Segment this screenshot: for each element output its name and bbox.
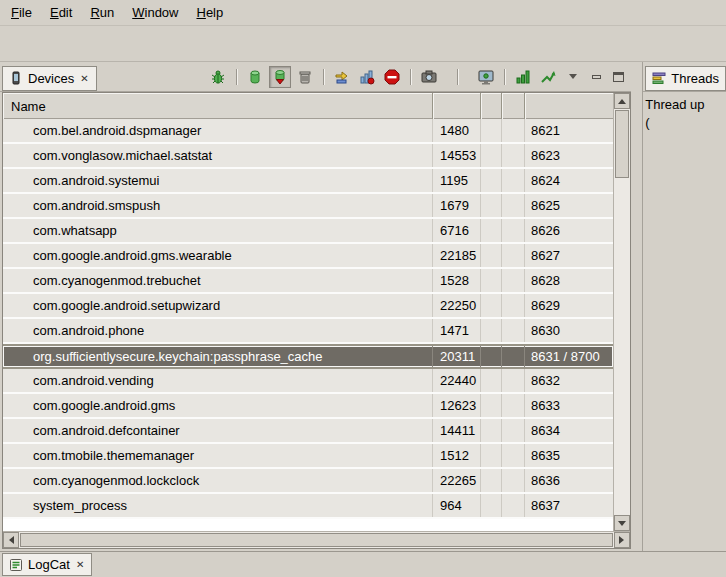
table-row[interactable]: com.bel.android.dspmanager14808621 xyxy=(3,119,613,144)
debug-process-icon[interactable] xyxy=(207,66,229,88)
column-header-status[interactable] xyxy=(481,93,502,119)
panel-sash[interactable] xyxy=(631,62,643,551)
table-row[interactable]: com.google.android.gms.wearable221858627 xyxy=(3,244,613,269)
table-row[interactable]: com.android.defcontainer144118634 xyxy=(3,419,613,444)
table-row[interactable]: com.cyanogenmod.trebuchet15288628 xyxy=(3,269,613,294)
horizontal-scrollbar-thumb[interactable] xyxy=(20,533,613,547)
port-cell: 8626 xyxy=(525,219,613,242)
minimize-icon[interactable] xyxy=(587,68,606,86)
port-cell: 8625 xyxy=(525,194,613,217)
table-row[interactable]: com.android.systemui11958624 xyxy=(3,169,613,194)
screen-record-icon[interactable] xyxy=(475,66,497,88)
stop-process-icon[interactable] xyxy=(381,66,403,88)
table-row[interactable]: com.tmobile.thememanager15128635 xyxy=(3,444,613,469)
menubar: FileEditRunWindowHelp xyxy=(0,0,726,26)
table-row[interactable]: org.sufficientlysecure.keychain:passphra… xyxy=(3,344,613,369)
pid-cell: 20311 xyxy=(433,346,481,367)
sysinfo-icon[interactable] xyxy=(512,66,534,88)
column-header-heap[interactable] xyxy=(502,93,525,119)
close-icon[interactable]: ✕ xyxy=(75,559,85,570)
table-row[interactable]: com.google.android.setupwizard222508629 xyxy=(3,294,613,319)
status-cell xyxy=(481,319,502,342)
port-cell: 8623 xyxy=(525,144,613,167)
pid-cell: 1512 xyxy=(433,444,481,467)
heap-cell xyxy=(502,144,525,167)
pid-cell: 964 xyxy=(433,494,481,517)
devices-tabbar: Devices ✕ xyxy=(0,62,631,92)
tab-threads[interactable]: Threads xyxy=(645,66,726,91)
table-row[interactable]: com.whatsapp67168626 xyxy=(3,219,613,244)
pid-cell: 14553 xyxy=(433,144,481,167)
tab-logcat-label: LogCat xyxy=(28,557,70,572)
dump-hprof-icon[interactable] xyxy=(269,66,291,88)
process-name-cell: com.cyanogenmod.lockclock xyxy=(3,469,433,492)
process-name-cell: com.google.android.gms xyxy=(3,394,433,417)
screen-capture-icon[interactable] xyxy=(418,66,440,88)
close-icon[interactable]: ✕ xyxy=(79,73,89,84)
table-row[interactable]: system_process9648637 xyxy=(3,494,613,519)
heap-cell xyxy=(502,294,525,317)
pid-cell: 14411 xyxy=(433,419,481,442)
cause-gc-icon[interactable] xyxy=(294,66,316,88)
menu-item-help[interactable]: Help xyxy=(187,1,232,24)
port-cell: 8627 xyxy=(525,244,613,267)
start-method-profiling-icon[interactable] xyxy=(356,66,378,88)
process-name-cell: com.android.defcontainer xyxy=(3,419,433,442)
scroll-up-icon[interactable] xyxy=(614,93,630,109)
port-cell: 8635 xyxy=(525,444,613,467)
scroll-right-icon[interactable] xyxy=(614,532,630,548)
main-area: Devices ✕ xyxy=(0,62,726,551)
status-cell xyxy=(481,244,502,267)
scroll-left-icon[interactable] xyxy=(3,532,19,548)
update-heap-icon[interactable] xyxy=(244,66,266,88)
maximize-icon[interactable] xyxy=(609,68,628,86)
heap-cell xyxy=(502,444,525,467)
threads-tabbar: Threads xyxy=(643,62,726,92)
column-header-pid[interactable] xyxy=(433,93,481,119)
tab-logcat[interactable]: LogCat ✕ xyxy=(2,553,92,576)
process-name-cell: com.whatsapp xyxy=(3,219,433,242)
table-row[interactable]: com.android.vending224408632 xyxy=(3,369,613,394)
update-threads-icon[interactable] xyxy=(331,66,353,88)
port-cell: 8621 xyxy=(525,119,613,142)
heap-cell xyxy=(502,169,525,192)
table-row[interactable]: com.cyanogenmod.lockclock222658636 xyxy=(3,469,613,494)
pid-cell: 1471 xyxy=(433,319,481,342)
horizontal-scrollbar[interactable] xyxy=(3,531,630,548)
table-row[interactable]: com.android.smspush16798625 xyxy=(3,194,613,219)
vertical-scrollbar-track[interactable] xyxy=(614,179,630,515)
port-cell: 8634 xyxy=(525,419,613,442)
hierarchy-view-icon[interactable] xyxy=(537,66,559,88)
status-cell xyxy=(481,119,502,142)
table-row[interactable]: com.android.phone14718630 xyxy=(3,319,613,344)
heap-cell xyxy=(502,346,525,367)
devices-table: Name com.bel.android.dspmanager14808621c… xyxy=(2,92,631,549)
table-row[interactable]: com.google.android.gms126238633 xyxy=(3,394,613,419)
heap-cell xyxy=(502,319,525,342)
pid-cell: 22265 xyxy=(433,469,481,492)
port-cell: 8624 xyxy=(525,169,613,192)
menu-item-run[interactable]: Run xyxy=(81,1,123,24)
column-header-port[interactable] xyxy=(525,93,613,119)
vertical-scrollbar-thumb[interactable] xyxy=(615,110,629,178)
tab-threads-label: Threads xyxy=(671,71,719,86)
scroll-down-icon[interactable] xyxy=(614,515,630,531)
vertical-scrollbar[interactable] xyxy=(613,93,630,531)
menu-item-window[interactable]: Window xyxy=(123,1,187,24)
process-name-cell: com.google.android.gms.wearable xyxy=(3,244,433,267)
view-menu-icon[interactable] xyxy=(562,66,584,88)
tab-devices[interactable]: Devices ✕ xyxy=(2,66,97,91)
menu-item-file[interactable]: File xyxy=(2,1,41,24)
heap-cell xyxy=(502,394,525,417)
pid-cell: 1679 xyxy=(433,194,481,217)
port-cell: 8637 xyxy=(525,494,613,517)
menu-item-edit[interactable]: Edit xyxy=(41,1,81,24)
table-row[interactable]: com.vonglasow.michael.satstat145538623 xyxy=(3,144,613,169)
toolbar-separator xyxy=(504,69,505,85)
process-name-cell: com.vonglasow.michael.satstat xyxy=(3,144,433,167)
threads-content: Thread up ( xyxy=(643,92,726,551)
toolbar-separator xyxy=(457,69,458,85)
status-cell xyxy=(481,346,502,367)
column-header-name[interactable]: Name xyxy=(3,93,433,119)
status-cell xyxy=(481,394,502,417)
